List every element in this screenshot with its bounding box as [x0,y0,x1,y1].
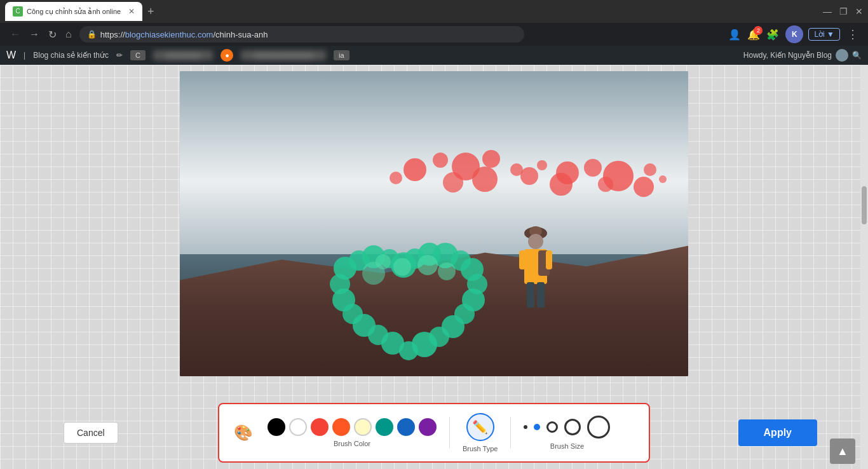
wp-toolbar-item-2[interactable]: ● [220,49,233,62]
brush-type-label: Brush Type [463,445,498,452]
image-canvas[interactable] [180,71,688,376]
svg-point-50 [393,258,411,276]
color-white[interactable] [289,418,307,436]
brush-panel: 🎨 Brush Color [218,403,650,463]
loi-button[interactable]: Lời ▼ [808,28,840,41]
brush-color-label: Brush Color [334,440,370,447]
svg-point-17 [443,172,463,193]
svg-point-10 [433,153,448,168]
scrollbar[interactable] [860,65,868,469]
tab-close-icon[interactable]: ✕ [128,7,135,16]
minimize-button[interactable]: — [823,6,832,17]
svg-point-20 [644,163,656,176]
svg-point-24 [598,177,613,192]
size-medium-dot[interactable] [534,424,540,430]
scrollbar-thumb[interactable] [862,186,867,224]
svg-point-16 [472,167,498,192]
main-content-area: Cancel 🎨 Brush Color [0,65,868,469]
close-button[interactable]: ✕ [855,6,863,17]
apply-button[interactable]: Apply [738,419,817,446]
bottom-toolbar: Cancel 🎨 Brush Color [0,403,868,463]
svg-point-21 [520,167,538,185]
color-orange[interactable] [332,418,350,436]
brush-type-section: ✏️ Brush Type [463,413,498,452]
tab-title: Công cụ chỉnh sửa ảnh online - E [27,8,122,16]
wp-toolbar-blurred-2: ░░░░░░░░░░░░ [241,50,326,60]
menu-icon[interactable]: ⋮ [845,27,860,42]
svg-point-9 [403,158,426,181]
cancel-button[interactable]: Cancel [64,422,118,444]
canvas-image-bg [180,71,688,376]
wp-toolbar-item-3[interactable]: ia [334,50,349,60]
color-red[interactable] [311,418,329,436]
color-teal[interactable] [376,418,393,436]
accounts-icon[interactable]: 👤 [727,27,742,42]
brush-pencil-icon: ✏️ [472,419,488,435]
url-domain: blogchiasekienthuc.com [125,30,214,39]
color-black[interactable] [268,418,285,436]
url-box[interactable]: 🔒 https://blogchiasekienthuc.com/chinh-s… [79,26,524,43]
wp-search-icon[interactable]: 🔍 [852,51,862,60]
size-medium-ring[interactable] [564,419,581,435]
nav-buttons: ← → ↻ ⌂ [8,27,74,42]
size-small-dot[interactable] [524,425,527,429]
palette-icon[interactable]: 🎨 [232,421,255,444]
chevron-up-icon: ▲ [837,445,848,458]
new-tab-button[interactable]: + [145,5,157,18]
url-text: https://blogchiasekienthuc.com/chinh-sua… [100,30,268,39]
url-protocol: https:// [100,30,125,39]
wp-toolbar-item-1[interactable]: C [130,50,146,60]
lock-icon: 🔒 [87,30,97,39]
svg-point-26 [634,177,654,197]
divider-2 [510,417,511,449]
wp-edit-icon[interactable]: ✏ [116,51,123,60]
forward-button[interactable]: → [27,27,42,41]
wp-site-name[interactable]: Blog chia sẻ kiến thức [33,51,109,60]
svg-point-23 [659,175,667,183]
size-large-ring[interactable] [587,416,610,438]
brush-type-button[interactable]: ✏️ [466,413,494,441]
svg-point-25 [390,172,402,184]
svg-point-18 [584,159,602,177]
svg-point-54 [438,262,456,280]
svg-point-52 [417,255,438,275]
color-blue[interactable] [397,418,415,436]
wp-logo-icon[interactable]: W [6,50,16,61]
window-controls: — ❐ ✕ [823,6,863,17]
address-bar: ← → ↻ ⌂ 🔒 https://blogchiasekienthuc.com… [0,23,868,46]
howdy-text: Howdy, Kiến Nguyễn Blog [743,51,832,60]
scroll-to-top-button[interactable]: ▲ [830,438,855,464]
home-button[interactable]: ⌂ [63,27,74,41]
reload-button[interactable]: ↻ [46,27,59,42]
svg-point-14 [537,160,547,170]
wp-user-avatar [836,49,848,62]
notification-icon[interactable]: 🔔 2 [747,29,760,41]
tab-bar: C Công cụ chỉnh sửa ảnh online - E ✕ + [5,2,157,21]
color-purple[interactable] [419,418,437,436]
color-yellow[interactable] [354,418,372,436]
color-circles [268,418,437,436]
svg-point-22 [550,173,573,196]
size-small-ring[interactable] [546,421,558,433]
maximize-button[interactable]: ❐ [839,6,848,17]
profile-avatar[interactable]: K [785,25,803,43]
notification-badge: 2 [754,26,763,35]
wp-toolbar-blurred: ░░░░░░░ [153,50,214,60]
svg-point-53 [362,262,385,285]
tab-favicon: C [13,6,23,17]
brush-size-circles [524,416,610,438]
url-path: /chinh-sua-anh [213,30,268,39]
back-button[interactable]: ← [8,27,23,41]
wp-toolbar: W | Blog chia sẻ kiến thức ✏ C ░░░░░░░ ●… [0,46,868,65]
brush-size-label: Brush Size [550,442,584,450]
palette-emoji: 🎨 [234,424,253,442]
svg-point-49 [330,274,350,294]
brush-overlay [180,71,688,376]
divider-1 [449,417,450,449]
browser-tab-bar: C Công cụ chỉnh sửa ảnh online - E ✕ + —… [0,0,868,23]
active-tab[interactable]: C Công cụ chỉnh sửa ảnh online - E ✕ [5,2,142,21]
svg-point-12 [482,150,500,168]
address-bar-right: 👤 🔔 2 🧩 K Lời ▼ ⋮ [727,25,860,43]
brush-color-section: Brush Color [268,418,437,447]
extensions-icon[interactable]: 🧩 [765,27,780,42]
